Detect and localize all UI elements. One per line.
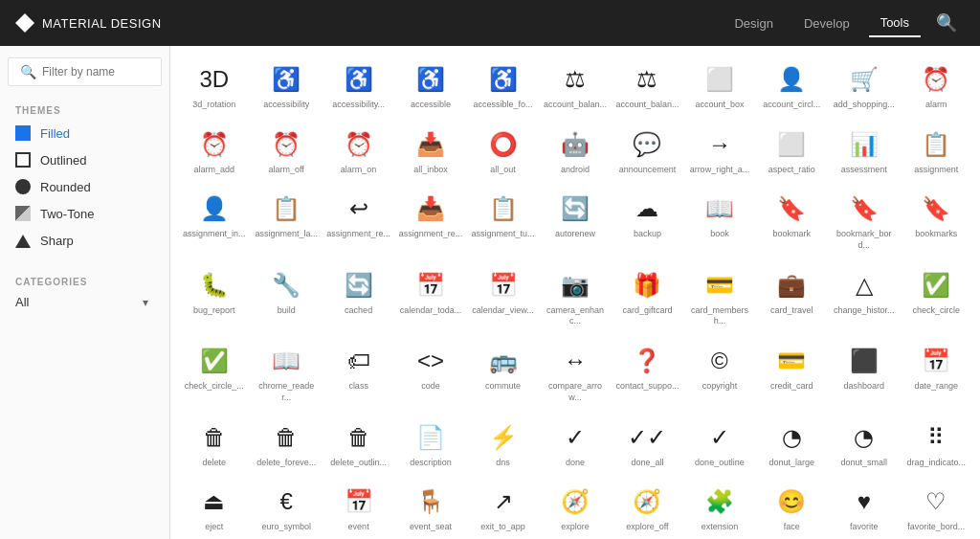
icon-cell[interactable]: 🔖bookmark_bord...	[828, 183, 900, 258]
icon-cell[interactable]: →arrow_right_a...	[683, 119, 755, 184]
icon-cell[interactable]: 🔄autorenew	[539, 183, 611, 258]
nav-develop[interactable]: Develop	[792, 11, 861, 36]
icon-cell[interactable]: ✓✓done_all	[612, 412, 683, 477]
theme-outlined[interactable]: Outlined	[0, 146, 169, 173]
icon-cell[interactable]: 🗑delete_foreve...	[250, 412, 322, 477]
theme-sharp[interactable]: Sharp	[0, 227, 169, 254]
icon-cell[interactable]: 📊assessment	[828, 119, 900, 184]
icon-cell[interactable]: ↔compare_arrow...	[539, 335, 611, 411]
icon-cell[interactable]: 🗑delete_outlin...	[323, 412, 394, 477]
theme-filled[interactable]: Filled	[0, 120, 169, 146]
icon-cell[interactable]: 😊face	[756, 476, 828, 539]
icon-label: drag_indicato...	[906, 458, 966, 469]
icon-cell[interactable]: 🔖bookmark	[756, 183, 828, 258]
icon-cell[interactable]: ⚖account_balan...	[612, 54, 683, 119]
category-select[interactable]: All	[15, 295, 154, 309]
icon-symbol: 🧩	[705, 487, 734, 516]
icon-cell[interactable]: 💬announcement	[612, 119, 683, 184]
icon-cell[interactable]: 🗑delete	[178, 412, 250, 477]
icon-cell[interactable]: ◔donut_small	[828, 412, 900, 477]
icon-cell[interactable]: <>code	[394, 335, 466, 411]
search-input[interactable]	[42, 65, 149, 79]
icon-cell[interactable]: ⏰alarm_add	[178, 119, 250, 184]
icon-cell[interactable]: 🏷class	[323, 335, 394, 411]
icon-cell[interactable]: 3D3d_rotation	[178, 54, 250, 119]
icon-cell[interactable]: 💳card_membersh...	[683, 259, 755, 335]
icon-cell[interactable]: 🔄cached	[323, 259, 394, 335]
icon-cell[interactable]: ♥favorite	[828, 476, 900, 539]
icon-cell[interactable]: ✓done	[539, 412, 611, 477]
icon-cell[interactable]: ◔donut_large	[756, 412, 828, 477]
search-box[interactable]: 🔍	[8, 57, 162, 86]
icon-cell[interactable]: ⏰alarm	[901, 54, 972, 119]
icon-cell[interactable]: ♡favorite_bord...	[901, 476, 972, 539]
theme-rounded[interactable]: Rounded	[0, 173, 169, 200]
icon-cell[interactable]: ⚖account_balan...	[539, 54, 611, 119]
icon-cell[interactable]: 🧩extension	[683, 476, 755, 539]
icon-cell[interactable]: ♿accessible	[394, 54, 466, 119]
icon-cell[interactable]: ☁backup	[612, 183, 683, 258]
icon-cell[interactable]: ✓done_outline	[683, 412, 755, 477]
icon-cell[interactable]: 👤account_circl...	[756, 54, 828, 119]
nav-tools[interactable]: Tools	[869, 10, 921, 37]
icon-cell[interactable]: 🛒add_shopping...	[828, 54, 900, 119]
icon-cell[interactable]: ⏰alarm_on	[323, 119, 394, 184]
two-tone-icon	[15, 206, 31, 221]
icon-cell[interactable]: ⬜account_box	[683, 54, 755, 119]
icon-cell[interactable]: △change_histor...	[828, 259, 900, 335]
icon-label: backup	[634, 229, 661, 240]
icon-cell[interactable]: 📖book	[683, 183, 755, 258]
icon-cell[interactable]: 🔖bookmarks	[901, 183, 972, 258]
icon-cell[interactable]: ✅check_circle	[901, 259, 972, 335]
icon-cell[interactable]: 📋assignment_la...	[250, 183, 322, 258]
icon-cell[interactable]: ⬜aspect_ratio	[756, 119, 828, 184]
icon-cell[interactable]: 🧭explore	[539, 476, 611, 539]
icon-label: done_outline	[695, 458, 745, 469]
icon-cell[interactable]: 💼card_travel	[756, 259, 828, 335]
icon-cell[interactable]: ♿accessibility...	[323, 54, 394, 119]
icon-cell[interactable]: ♿accessible_fo...	[467, 54, 539, 119]
icon-cell[interactable]: 📥all_inbox	[394, 119, 466, 184]
icon-cell[interactable]: €euro_symbol	[250, 476, 322, 539]
icon-cell[interactable]: 📅calendar_view...	[467, 259, 539, 335]
icon-cell[interactable]: 📅calendar_toda...	[394, 259, 466, 335]
icon-cell[interactable]: ⚡dns	[467, 412, 539, 477]
icon-label: copyright	[702, 381, 738, 393]
icon-cell[interactable]: ⏏eject	[178, 476, 250, 539]
icon-cell[interactable]: ↗exit_to_app	[467, 476, 539, 539]
icon-cell[interactable]: 👤assignment_in...	[178, 183, 250, 258]
icon-label: assignment	[914, 165, 958, 176]
icon-cell[interactable]: 📋assignment_tu...	[467, 183, 539, 258]
theme-two-tone[interactable]: Two-Tone	[0, 200, 169, 227]
nav-design[interactable]: Design	[723, 11, 784, 36]
icon-cell[interactable]: 📋assignment	[901, 119, 972, 184]
icon-cell[interactable]: 🪑event_seat	[394, 476, 466, 539]
icon-cell[interactable]: ✅check_circle_...	[178, 335, 250, 411]
icon-cell[interactable]: 🔧build	[250, 259, 322, 335]
icon-cell[interactable]: ❓contact_suppo...	[612, 335, 683, 411]
icon-cell[interactable]: ⠿drag_indicato...	[901, 412, 972, 477]
icon-cell[interactable]: ⏰alarm_off	[250, 119, 322, 184]
icon-cell[interactable]: 📖chrome_reader...	[250, 335, 322, 411]
icon-cell[interactable]: 🧭explore_off	[612, 476, 683, 539]
icon-cell[interactable]: ♿accessibility	[250, 54, 322, 119]
icon-cell[interactable]: 🐛bug_report	[178, 259, 250, 335]
icon-cell[interactable]: 📅date_range	[901, 335, 972, 411]
icon-cell[interactable]: 🚌commute	[467, 335, 539, 411]
icon-cell[interactable]: 📅event	[323, 476, 394, 539]
icon-cell[interactable]: 📄description	[394, 412, 466, 477]
search-icon[interactable]: 🔍	[928, 9, 965, 37]
icon-cell[interactable]: ↩assignment_re...	[323, 183, 394, 258]
icon-label: assessment	[841, 165, 887, 176]
categories-section: CATEGORIES All ▾	[0, 269, 169, 313]
icon-label: calendar_view...	[472, 305, 534, 317]
icon-cell[interactable]: ©copyright	[683, 335, 755, 411]
icon-cell[interactable]: 📷camera_enhanc...	[539, 259, 611, 335]
icon-cell[interactable]: ⬛dashboard	[828, 335, 900, 411]
icon-cell[interactable]: ⭕all_out	[467, 119, 539, 184]
icon-cell[interactable]: 🎁card_giftcard	[612, 259, 683, 335]
icon-cell[interactable]: 🤖android	[539, 119, 611, 184]
icon-cell[interactable]: 📥assignment_re...	[394, 183, 466, 258]
icon-cell[interactable]: 💳credit_card	[756, 335, 828, 411]
category-select-wrap[interactable]: All ▾	[0, 291, 169, 313]
